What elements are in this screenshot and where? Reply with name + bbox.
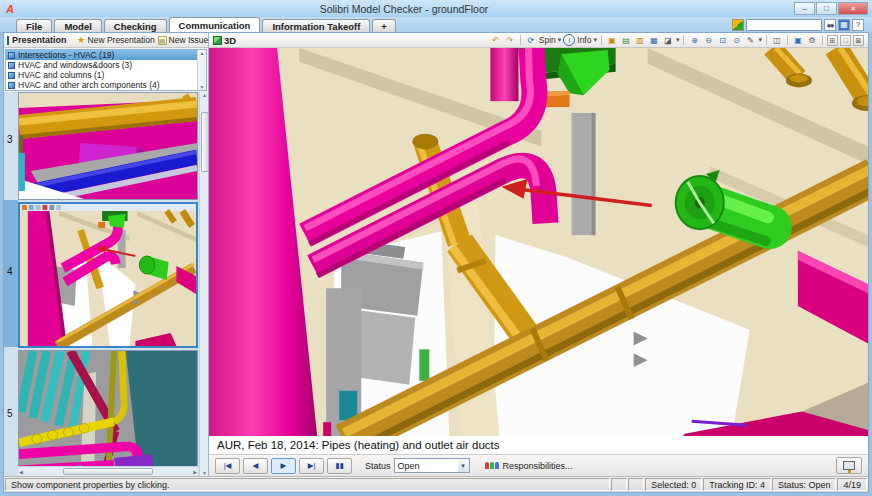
last-slide-button[interactable]: ▶| [299, 458, 324, 474]
tree-item-hvac-other-arch[interactable]: HVAC and other arch components (4) [6, 80, 206, 90]
scrollbar-thumb[interactable] [63, 468, 153, 475]
presentation-item-icon [8, 52, 15, 59]
spin-label[interactable]: Spin [539, 35, 556, 45]
snapshot2-icon[interactable]: ▣ [792, 34, 804, 46]
presentation-item-icon [8, 62, 15, 69]
panel-maximize-icon[interactable]: □ [840, 35, 851, 46]
snapshot-icon[interactable]: ▦ [648, 34, 660, 46]
3d-viewport[interactable] [209, 48, 868, 436]
status-selected-count: Selected: 0 [645, 478, 702, 491]
status-tracking-id: Tracking ID: 4 [703, 478, 771, 491]
status-message: Show component properties by clicking. [5, 478, 610, 491]
magenta-sliver[interactable] [323, 422, 331, 436]
chevron-down-icon[interactable]: ▾ [458, 459, 469, 472]
slide-number: 3 [7, 134, 13, 145]
3d-view-header: 3D ↶ ↷ ⟳ Spin ▾ i Info ▾ ▣ ▤ ▥ ▦ ◪ ▾ ⊕ ⊖… [209, 33, 868, 48]
orange-outlet[interactable] [546, 91, 570, 107]
layout-switch-icon[interactable] [732, 19, 744, 31]
tree-item-hvac-columns[interactable]: HVAC and columns (1) [6, 70, 206, 80]
slide-thumbnail-5[interactable] [18, 350, 198, 476]
status-label: Status [365, 461, 391, 471]
scroll-down-icon[interactable]: ▼ [200, 470, 208, 476]
spin-icon[interactable]: ⟳ [525, 34, 537, 46]
status-slide-position: 4/19 [837, 478, 867, 491]
tree-item-intersections-hvac[interactable]: Intersections - HVAC (19) [6, 50, 206, 60]
info-dropdown-icon[interactable]: ▾ [593, 36, 597, 44]
scroll-up-icon[interactable]: ▲ [200, 92, 208, 98]
spin-dropdown-icon[interactable]: ▾ [558, 36, 562, 44]
status-issue-state: Status: Open [772, 478, 837, 491]
thumbnail-vertical-scrollbar[interactable]: ▲ ▼ [199, 92, 208, 476]
slide-thumbnail-list: 3 4 5 [4, 92, 208, 476]
panel-close-icon[interactable]: ⊠ [853, 35, 864, 46]
forward-icon[interactable]: ↷ [504, 34, 516, 46]
zoom-fit-icon[interactable]: ⊙ [730, 34, 742, 46]
tree-scrollbar[interactable]: ▲ ▼ [197, 50, 206, 90]
back-icon[interactable]: ↶ [490, 34, 502, 46]
slide-number: 4 [7, 266, 13, 277]
solibri-logo: A [6, 3, 14, 15]
presentation-item-icon [8, 72, 15, 79]
scroll-up-icon[interactable]: ▲ [198, 50, 206, 56]
info-icon[interactable]: i [563, 34, 575, 46]
new-issue-button[interactable]: ▤ New Issue [158, 35, 209, 45]
title-bar: A Solibri Model Checker - groundFloor – … [0, 0, 872, 17]
tab-file[interactable]: File [16, 19, 52, 32]
camera-icon[interactable]: ▣ [606, 34, 618, 46]
zoom-in-icon[interactable]: ⊕ [688, 34, 700, 46]
slide-number: 5 [7, 408, 13, 419]
views-icon[interactable]: ◪ [662, 34, 674, 46]
presentation-tree: Intersections - HVAC (19) HVAC and windo… [5, 49, 207, 91]
zoom-window-icon[interactable]: ⊡ [716, 34, 728, 46]
slideshow-button[interactable]: ▮▮ [327, 458, 352, 474]
new-presentation-icon: ★ [77, 36, 86, 45]
tree-item-hvac-windows-doors[interactable]: HVAC and windows&doors (3) [6, 60, 206, 70]
quick-search-input[interactable] [746, 19, 822, 31]
measure-dropdown-icon[interactable]: ▾ [758, 36, 762, 44]
slide-number-column: 3 4 5 [4, 92, 18, 476]
3d-view-panel: 3D ↶ ↷ ⟳ Spin ▾ i Info ▾ ▣ ▤ ▥ ▦ ◪ ▾ ⊕ ⊖… [209, 33, 868, 476]
maximize-button[interactable]: □ [816, 2, 837, 15]
presentation-mode-button[interactable] [836, 457, 862, 474]
zoom-out-icon[interactable]: ⊖ [702, 34, 714, 46]
section-icon[interactable]: ◫ [771, 34, 783, 46]
help-icon[interactable]: ? [852, 19, 864, 31]
measure-icon[interactable]: ✎ [744, 34, 756, 46]
settings-gear-icon[interactable]: ⚙ [806, 34, 818, 46]
tab-checking[interactable]: Checking [104, 19, 167, 32]
scroll-left-icon[interactable]: ◀ [19, 469, 23, 475]
apps-icon[interactable]: ▦ [838, 19, 850, 31]
first-slide-button[interactable]: |◀ [215, 458, 240, 474]
film-icon[interactable]: ▤ [620, 34, 632, 46]
minimize-button[interactable]: – [794, 2, 815, 15]
presentation-panel-title: Presentation [12, 35, 67, 45]
layers-icon[interactable]: ▥ [634, 34, 646, 46]
thumbnail-horizontal-scrollbar[interactable]: ◀ ▶ [18, 466, 198, 476]
tab-add[interactable]: + [372, 19, 396, 32]
previous-slide-button[interactable]: ◀ [243, 458, 268, 474]
green-pipe-stub[interactable] [419, 349, 429, 381]
3d-view-title: 3D [224, 35, 236, 46]
responsibilities-button[interactable]: Responsibilities... [485, 461, 573, 471]
scroll-right-icon[interactable]: ▶ [193, 469, 197, 475]
status-dropdown[interactable]: Open ▾ [394, 458, 470, 473]
slide-thumbnail-3[interactable] [18, 92, 198, 200]
tab-communication[interactable]: Communication [169, 17, 261, 32]
scrollbar-thumb[interactable] [201, 112, 209, 172]
tab-information-takeoff[interactable]: Information Takeoff [262, 19, 370, 32]
info-label[interactable]: Info [577, 35, 591, 45]
new-issue-icon: ▤ [158, 36, 167, 45]
close-button[interactable]: × [838, 2, 868, 15]
scroll-down-icon[interactable]: ▼ [198, 84, 206, 90]
panel-float-icon[interactable]: ⊞ [827, 35, 838, 46]
new-presentation-button[interactable]: ★ New Presentation [77, 35, 155, 45]
presentation-icon [7, 36, 9, 45]
next-slide-button[interactable]: ▶ [271, 458, 296, 474]
views-dropdown-icon[interactable]: ▾ [676, 36, 680, 44]
status-bar: Show component properties by clicking. S… [4, 476, 868, 492]
slide-thumbnail-4-selected[interactable] [18, 202, 198, 348]
tab-model[interactable]: Model [54, 19, 101, 32]
presentation-panel: Presentation ★ New Presentation ▤ New Is… [4, 33, 209, 476]
status-cell-empty [628, 478, 644, 491]
binoculars-icon[interactable]: ◉◉ [824, 19, 836, 31]
